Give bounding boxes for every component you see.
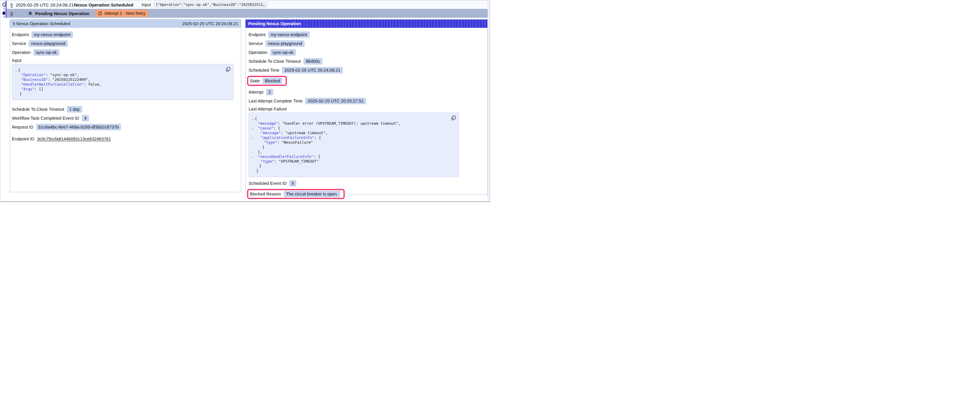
json-lines: ⌄{"Operation": "sync-op-ok","BusinessID"… (14, 68, 231, 96)
json-text: "BusinessID": "20250225122409", (18, 77, 90, 82)
state-highlight-annotation: State Blocked (247, 76, 287, 86)
json-line: "Args": [] (14, 87, 231, 92)
event-row-pending[interactable]: 5 Pending Nexus Operation Attempt 2 · Ne… (6, 9, 488, 18)
json-line: ⌄"applicationFailureInfo": { (251, 135, 456, 140)
json-gutter (251, 159, 255, 164)
input-section-label: Input (12, 58, 238, 63)
blocked-reason-highlight-annotation: Blocked Reason The circuit breaker is op… (247, 189, 345, 199)
field-value-chip: 4 (82, 115, 89, 122)
json-text: { (18, 68, 21, 73)
collapse-chevron-icon[interactable]: ⌄ (251, 135, 255, 140)
timeline-event-circle-icon (2, 3, 6, 6)
pending-panel-header: Pending Nexus Operation (246, 19, 487, 28)
json-text: "Args": [] (18, 87, 43, 92)
json-gutter (251, 150, 255, 154)
json-gutter (251, 121, 255, 126)
json-text: "message": "handler error (UPSTREAM_TIME… (255, 121, 401, 126)
json-text: "Operation": "sync-op-ok", (18, 73, 79, 77)
json-text: }, (255, 150, 262, 154)
event-row-scheduled[interactable]: 5 2025-02-25 UTC 20:24:09.21 Nexus Opera… (6, 1, 488, 9)
field-row-endpoint: Endpoint my-nexus-endpoint (12, 32, 238, 38)
json-text: } (18, 92, 22, 96)
field-label: Last Attempt Complete Time (248, 99, 302, 103)
field-label: Schedule To Close Timeout (12, 107, 64, 112)
field-label: Endpoint ID (12, 136, 34, 141)
json-text: { (255, 116, 257, 121)
event-input-label: Input (142, 2, 151, 7)
collapse-chevron-icon[interactable]: ⌄ (14, 68, 18, 73)
field-row-operation: Operation sync-op-ok (248, 49, 485, 56)
json-gutter (251, 145, 255, 150)
scheduled-panel-body: Endpoint my-nexus-endpoint Service nexus… (10, 28, 241, 142)
json-text: } (255, 164, 262, 168)
field-label: Operation (248, 50, 267, 55)
copy-icon[interactable] (451, 116, 456, 120)
json-text: } (255, 168, 259, 173)
vertical-scrollbar[interactable] (488, 0, 490, 201)
copy-icon[interactable] (226, 67, 231, 72)
event-timestamp: 2025-02-25 UTC 20:24:09.21 (16, 2, 70, 7)
field-value-chip: 5 (289, 180, 296, 187)
pending-operation-panel: Pending Nexus Operation Endpoint my-nexu… (245, 19, 488, 195)
field-value-chip: my-nexus-endpoint (32, 32, 73, 38)
field-row-schedule-to-close-timeout: Schedule To Close Timeout 86400s (248, 58, 485, 65)
json-text: "message": "upstream timeout", (255, 131, 328, 135)
field-value-chip: my-nexus-endpoint (268, 32, 309, 38)
field-value-chip: nexus-playground (266, 40, 304, 47)
field-label: Request ID (12, 125, 33, 130)
event-id-link[interactable]: 5 (10, 2, 13, 7)
field-row-request-id: Request ID b1c6a4bc-8ee7-468a-9169-df3b0… (12, 124, 238, 130)
field-row-service: Service nexus-playground (12, 40, 238, 47)
pending-panel-title: Pending Nexus Operation (248, 21, 301, 26)
collapse-chevron-icon[interactable]: ⌄ (251, 126, 255, 131)
json-gutter (14, 92, 18, 96)
json-line: "HandlerWaitForCancellation": false, (14, 82, 231, 87)
input-json-viewer: ⌄{"Operation": "sync-op-ok","BusinessID"… (12, 64, 234, 100)
field-row-workflow-task-completed-event-id: Workflow Task Completed Event ID 4 (12, 115, 238, 122)
field-label: Service (248, 41, 263, 46)
json-line: ⌄{ (251, 116, 456, 121)
scheduled-panel-header: 5 Nexus Operation Scheduled 2025-02-25 U… (10, 19, 241, 28)
field-row-scheduled-event-id: Scheduled Event ID 5 (248, 180, 485, 187)
field-value-chip: 2 (266, 89, 273, 95)
json-line: "type": "NexusFailure" (251, 140, 456, 145)
json-text: "type": "NexusFailure" (255, 140, 313, 145)
field-row-operation: Operation sync-op-ok (12, 49, 238, 56)
collapse-chevron-icon[interactable]: ⌄ (251, 154, 255, 159)
json-line: } (251, 168, 456, 173)
field-label: Workflow Task Completed Event ID (12, 116, 79, 120)
json-line: }, (251, 150, 456, 154)
field-value-chip: 1 day (67, 106, 82, 112)
json-line: ⌄{ (14, 68, 231, 73)
event-id-link[interactable]: 5 (10, 11, 13, 16)
field-row-endpoint: Endpoint my-nexus-endpoint (248, 32, 485, 38)
json-line: ⌄"nexusHandlerFailureInfo": { (251, 154, 456, 159)
json-gutter (14, 77, 18, 82)
field-label: Service (12, 41, 26, 46)
field-label: Attempt (248, 90, 263, 95)
pending-panel-body: Endpoint my-nexus-endpoint Service nexus… (246, 28, 487, 199)
timeline-current-event-circle-icon (3, 12, 5, 14)
json-gutter (14, 82, 18, 87)
workflow-event-history-page: 5 2025-02-25 UTC 20:24:09.21 Nexus Opera… (0, 0, 490, 202)
json-line: "BusinessID": "20250225122409", (14, 77, 231, 82)
pending-event-title: Pending Nexus Operation (35, 11, 89, 16)
field-label: State (250, 79, 260, 83)
field-label: Scheduled Time (248, 68, 279, 73)
endpoint-id-link[interactable]: 3c0c75ccfa8144b092c13ce632463761 (37, 136, 111, 141)
json-text: "type": "UPSTREAM_TIMEOUT" (255, 159, 319, 164)
event-input-preview-chip[interactable]: {"Operation":"sync-op-ok","BusinessID":"… (153, 2, 267, 8)
json-gutter (251, 164, 255, 168)
field-row-last-attempt-complete-time: Last Attempt Complete Time 2025-02-25 UT… (248, 98, 485, 104)
json-text: "cause": { (255, 126, 280, 131)
scheduled-panel-title: 5 Nexus Operation Scheduled (13, 21, 70, 26)
asterisk-icon (28, 11, 33, 16)
field-label: Schedule To Close Timeout (248, 59, 301, 64)
scheduled-event-panel: 5 Nexus Operation Scheduled 2025-02-25 U… (10, 19, 241, 192)
field-label: Endpoint (248, 32, 266, 37)
collapse-chevron-icon[interactable]: ⌄ (251, 116, 255, 121)
json-gutter (251, 140, 255, 145)
field-label: Blocked Reason (250, 192, 281, 196)
field-value-chip: 2025-02-25 UTC 20:24:09.21 (282, 67, 343, 73)
field-row-endpoint-id: Endpoint ID 3c0c75ccfa8144b092c13ce63246… (12, 136, 238, 142)
